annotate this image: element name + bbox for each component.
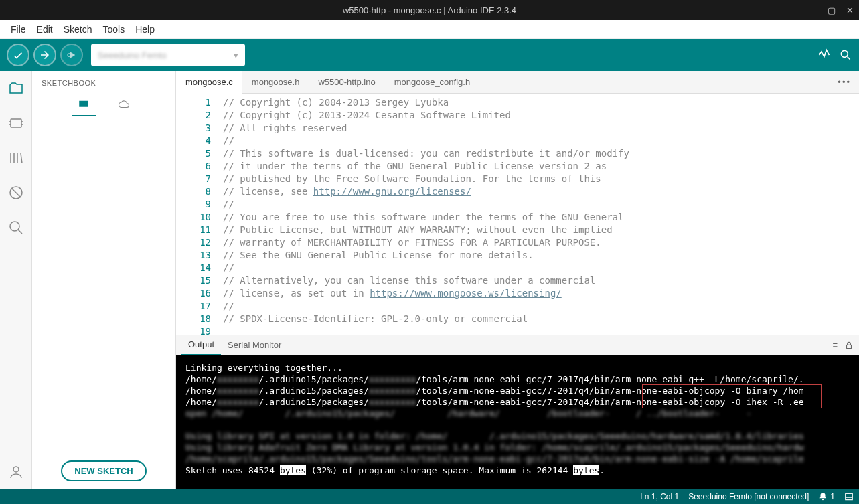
debug-activity[interactable] [7,183,25,202]
maximize-button[interactable]: ▢ [828,5,836,15]
serial-plotter-button[interactable] [817,48,831,62]
library-manager-activity[interactable] [7,149,25,167]
chevron-down-icon: ▾ [234,50,238,60]
menu-edit[interactable]: Edit [31,21,58,37]
console-line: /home/xxxxxxxx/.arduino15/packages/xxxxx… [185,396,850,408]
svg-rect-7 [847,345,852,348]
board-name: Seeeduino Femto [98,50,167,60]
console-line: Sketch uses 84524 bytes (32%) of program… [185,465,850,476]
sketchbook-activity[interactable] [7,79,25,98]
cloud-sketches-tab[interactable] [117,98,131,111]
sketchbook-list [32,118,175,452]
titlebar: w5500-http - mongoose.c | Arduino IDE 2.… [0,0,859,20]
search-icon [8,220,24,236]
window-title: w5500-http - mongoose.c | Arduino IDE 2.… [343,5,516,15]
serial-monitor-button[interactable] [839,48,852,62]
line-gutter: 12345678910111213141516171819 [176,94,223,335]
minimize-button[interactable]: — [808,5,817,15]
serial-monitor-tab[interactable]: Serial Monitor [221,335,288,355]
folder-icon [8,80,24,96]
code-editor[interactable]: 12345678910111213141516171819 // Copyrig… [176,94,859,335]
cloud-icon [118,98,130,110]
boards-manager-activity[interactable] [7,114,25,133]
code-content[interactable]: // Copyright (c) 2004-2013 Sergey Lyubka… [223,94,859,335]
editor-tabs: mongoose.c mongoose.h w5500-http.ino mon… [176,71,859,94]
new-sketch-button[interactable]: NEW SKETCH [61,460,146,481]
svg-rect-2 [11,119,21,127]
tab-mongoose-config-h[interactable]: mongoose_config.h [385,71,479,94]
console-line: open /home/ /.arduino15/packages/ /hardw… [185,408,850,419]
books-icon [8,150,24,166]
console[interactable]: Linking everything together... /home/xxx… [176,355,859,489]
activity-bar [0,71,32,489]
local-sketches-tab[interactable] [77,98,90,111]
menu-tools[interactable]: Tools [98,21,131,37]
console-line: /home/xxxxxxxx/.arduino15/packages/xxxxx… [185,385,850,396]
statusbar: Ln 1, Col 1 Seeeduino Femto [not connect… [0,489,859,504]
menu-file[interactable]: File [5,21,31,37]
console-line: Using library SPI at version 1.0 in fold… [185,430,850,442]
arrow-right-icon [39,49,51,61]
menu-sketch[interactable]: Sketch [58,21,98,37]
debug-icon [66,49,78,61]
output-panel: Output Serial Monitor ≡ Linking everythi… [176,335,859,489]
console-line: Using library Adafruit Zero DMA Library … [185,442,850,453]
notifications-button[interactable]: 1 [818,492,835,501]
toolbar: Seeeduino Femto ▾ [0,39,859,71]
svg-point-1 [841,50,848,57]
plotter-icon [817,48,831,62]
menu-help[interactable]: Help [130,21,160,37]
tab-mongoose-c[interactable]: mongoose.c [176,71,242,94]
tabs-overflow-button[interactable]: ••• [830,77,859,87]
panel-menu-icon[interactable]: ≡ [832,340,838,350]
svg-point-5 [13,467,19,472]
close-panel-button[interactable] [844,492,854,501]
svg-point-4 [10,222,19,231]
search-activity[interactable] [7,218,25,237]
svg-rect-6 [79,101,88,107]
computer-icon [78,98,90,110]
sidebar: SKETCHBOOK NEW SKETCH [32,71,176,489]
upload-button[interactable] [33,44,56,66]
console-line: Linking everything together... [185,362,850,373]
sidebar-title: SKETCHBOOK [32,71,175,92]
console-line: /home/xxxxxxxx/.arduino15/packages/xxxxx… [185,373,850,385]
magnifier-icon [839,48,852,62]
svg-rect-8 [846,493,853,499]
debug-button[interactable] [60,44,83,66]
output-tab[interactable]: Output [181,335,221,355]
panel-lock-icon[interactable] [844,340,854,350]
editor-area: mongoose.c mongoose.h w5500-http.ino mon… [176,71,859,489]
menubar: File Edit Sketch Tools Help [0,20,859,39]
bell-icon [818,492,828,501]
panel-icon [844,492,854,501]
board-selector[interactable]: Seeeduino Femto ▾ [91,44,245,66]
board-icon [8,115,24,131]
status-board[interactable]: Seeeduino Femto [not connected] [688,492,809,501]
cursor-position[interactable]: Ln 1, Col 1 [640,492,679,501]
console-line: /home/scaprile/.arduino15/packages/Seeed… [185,453,850,465]
tab-w5500-http-ino[interactable]: w5500-http.ino [309,71,384,94]
no-entry-icon [8,185,24,201]
verify-button[interactable] [7,44,29,66]
check-icon [12,49,24,61]
close-button[interactable]: ✕ [846,5,854,15]
tab-mongoose-h[interactable]: mongoose.h [242,71,309,94]
user-icon [8,464,24,480]
account-activity[interactable] [7,463,25,481]
